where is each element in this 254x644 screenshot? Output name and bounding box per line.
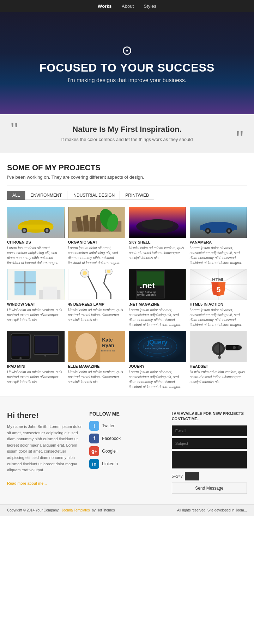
project-title-headset: HEADSET bbox=[190, 364, 247, 368]
footer-social-col: FOLLOW ME t Twitter f Facebook g+ Google… bbox=[89, 411, 164, 494]
project-desc-sky: Ut wisi enim ad minim veniam, quis nostr… bbox=[129, 246, 186, 260]
svg-point-66 bbox=[44, 355, 46, 357]
project-thumb-lamp[interactable] bbox=[68, 269, 126, 300]
project-desc-netmag: Lorem ipsum dolor sit amet, consectetuer… bbox=[129, 308, 186, 327]
nav-works[interactable]: Works bbox=[98, 4, 112, 9]
project-thumb-panamera[interactable] bbox=[190, 207, 247, 238]
project-thumb-netmag[interactable]: .net design & develop for your websites bbox=[129, 269, 186, 300]
svg-point-80 bbox=[214, 344, 223, 353]
project-thumb-sky[interactable] bbox=[129, 207, 186, 238]
google-label: Google+ bbox=[102, 449, 118, 454]
project-lamp: 45 DEGREES LAMP Ut wisi enim ad minim ve… bbox=[68, 269, 126, 327]
hero-subtext: I'm making designs that improve your bus… bbox=[68, 77, 187, 84]
captcha-input[interactable] bbox=[185, 472, 199, 480]
project-ipad: IPAD MINI Ut wisi enim ad minim veniam, … bbox=[7, 331, 65, 390]
contact-title: I AM AVAILABLE FOR NEW PROJECTSCONTACT M… bbox=[172, 411, 247, 422]
captcha-label: 5+2=? bbox=[172, 474, 183, 478]
project-thumb-ipad[interactable] bbox=[7, 331, 65, 362]
footer-bio: My name is John Smith. Lorem ipsum dolor… bbox=[7, 424, 82, 473]
project-desc-headset: Ut wisi enim ad minim veniam, quis nostr… bbox=[190, 370, 247, 385]
nav-about[interactable]: About bbox=[122, 4, 134, 9]
project-window: WINDOW SEAT Ut wisi enim ad minim veniam… bbox=[7, 269, 65, 327]
filter-print[interactable]: PRINT/WEB bbox=[120, 191, 154, 200]
subject-input[interactable] bbox=[172, 438, 247, 449]
facebook-icon: f bbox=[89, 434, 99, 443]
hero-section: ⊙ FOCUSED TO YOUR SUCCESS I'm making des… bbox=[0, 12, 254, 114]
twitter-link[interactable]: t Twitter bbox=[89, 421, 164, 431]
project-panamera: PANAMERA Lorem ipsum dolor sit amet, con… bbox=[190, 207, 247, 265]
project-title-html5: HTML5 IN ACTION bbox=[190, 302, 247, 306]
project-title-sky: SKY SHELL bbox=[129, 240, 186, 244]
svg-point-24 bbox=[228, 229, 230, 232]
page-footer-left: Copyright © 2014 Your Company. Joomla Te… bbox=[7, 508, 115, 512]
projects-section: SOME OF MY PROJECTS I've been working on… bbox=[0, 153, 254, 397]
send-button[interactable]: Send Message bbox=[172, 483, 247, 494]
project-thumb-html5[interactable]: HTML 5 bbox=[190, 269, 247, 300]
project-thumb-window[interactable] bbox=[7, 269, 65, 300]
filter-all[interactable]: ALL bbox=[7, 191, 25, 200]
quote-heading: Nature Is My First Inspiration. bbox=[21, 125, 233, 134]
captcha-row: 5+2=? bbox=[172, 472, 247, 480]
project-desc-jquery: Lorem ipsum dolor sit amet, consectetuer… bbox=[129, 370, 186, 390]
project-title-lamp: 45 DEGREES LAMP bbox=[68, 302, 126, 306]
svg-point-17 bbox=[141, 219, 173, 230]
nav-styles[interactable]: Styles bbox=[144, 4, 156, 9]
svg-text:Ryan: Ryan bbox=[102, 343, 114, 348]
project-title-ipad: IPAD MINI bbox=[7, 364, 65, 368]
project-html5: HTML 5 HTML5 IN ACTION Lorem ipsum dolor… bbox=[190, 269, 247, 327]
linkedin-label: Linkedin bbox=[102, 461, 118, 466]
svg-text:Elle Elle l'a: Elle Elle l'a bbox=[101, 349, 115, 352]
project-organic: ORGANIC SEAT Lorem ipsum dolor sit amet,… bbox=[68, 207, 126, 265]
hero-headline: FOCUSED TO YOUR SUCCESS bbox=[40, 61, 215, 74]
footer-contact-col: I AM AVAILABLE FOR NEW PROJECTSCONTACT M… bbox=[172, 411, 247, 494]
project-title-citroen: CITROEN DS bbox=[7, 240, 65, 244]
project-thumb-headset[interactable] bbox=[190, 331, 247, 362]
project-desc-ipad: Ut wisi enim ad minim veniam, quis nostr… bbox=[7, 370, 65, 385]
svg-point-84 bbox=[237, 345, 242, 350]
project-headset: HEADSET Ut wisi enim ad minim veniam, qu… bbox=[190, 331, 247, 390]
project-title-jquery: JQUERY bbox=[129, 364, 186, 368]
linkedin-icon: in bbox=[89, 459, 99, 469]
quote-body: It makes the color combos and let the th… bbox=[21, 137, 233, 142]
svg-rect-31 bbox=[43, 287, 57, 299]
project-elle: Kate Ryan Elle Elle l'a ELLE MAGAZINE Ut… bbox=[68, 331, 126, 390]
project-jquery: jQuery write less, do more. JQUERY Lorem… bbox=[129, 331, 186, 390]
svg-rect-65 bbox=[35, 336, 58, 353]
svg-text:design & develop: design & develop bbox=[137, 291, 156, 294]
svg-rect-83 bbox=[225, 345, 240, 350]
project-desc-organic: Lorem ipsum dolor sit amet, consectetuer… bbox=[68, 246, 126, 265]
svg-rect-62 bbox=[12, 336, 29, 356]
follow-title: FOLLOW ME bbox=[89, 411, 164, 417]
project-thumb-organic[interactable] bbox=[68, 207, 126, 238]
read-more-link[interactable]: Read more about me... bbox=[7, 481, 47, 485]
projects-heading: SOME OF MY PROJECTS bbox=[7, 163, 247, 172]
project-thumb-citroen[interactable] bbox=[7, 207, 65, 238]
facebook-link[interactable]: f Facebook bbox=[89, 434, 164, 443]
svg-text:write less, do more.: write less, do more. bbox=[145, 347, 170, 350]
filter-industrial[interactable]: INDUSTRIAL DESIGN bbox=[67, 191, 120, 200]
email-input[interactable] bbox=[172, 425, 247, 436]
joomla-link[interactable]: Joomla Templates bbox=[61, 508, 90, 512]
project-desc-html5: Lorem ipsum dolor sit amet, consectetuer… bbox=[190, 308, 247, 327]
svg-point-82 bbox=[218, 356, 221, 359]
section-divider bbox=[7, 185, 247, 185]
filter-tabs: ALL ENVIRONMENT INDUSTRIAL DESIGN PRINT/… bbox=[7, 191, 247, 200]
svg-text:5: 5 bbox=[216, 285, 220, 294]
message-textarea[interactable] bbox=[172, 451, 247, 468]
twitter-icon: t bbox=[89, 421, 99, 431]
google-link[interactable]: g+ Google+ bbox=[89, 446, 164, 456]
project-desc-elle: Ut wisi enim ad minim veniam, quis nostr… bbox=[68, 370, 126, 385]
project-thumb-elle[interactable]: Kate Ryan Elle Elle l'a bbox=[68, 331, 126, 362]
footer-bio-col: Hi there! My name is John Smith. Lorem i… bbox=[7, 411, 82, 494]
project-thumb-jquery[interactable]: jQuery write less, do more. bbox=[129, 331, 186, 362]
project-desc-lamp: Ut wisi enim ad minim veniam, quis nostr… bbox=[68, 308, 126, 323]
svg-text:for your websites: for your websites bbox=[137, 294, 156, 296]
hero-icon: ⊙ bbox=[122, 43, 132, 58]
filter-environment[interactable]: ENVIRONMENT bbox=[25, 191, 67, 200]
project-desc-citroen: Lorem ipsum dolor sit amet, consectetuer… bbox=[7, 246, 65, 265]
svg-rect-73 bbox=[129, 331, 186, 362]
svg-point-69 bbox=[75, 333, 97, 360]
quote-close-mark: " bbox=[236, 128, 243, 149]
project-desc-panamera: Lorem ipsum dolor sit amet, consectetuer… bbox=[190, 246, 247, 265]
linkedin-link[interactable]: in Linkedin bbox=[89, 459, 164, 469]
